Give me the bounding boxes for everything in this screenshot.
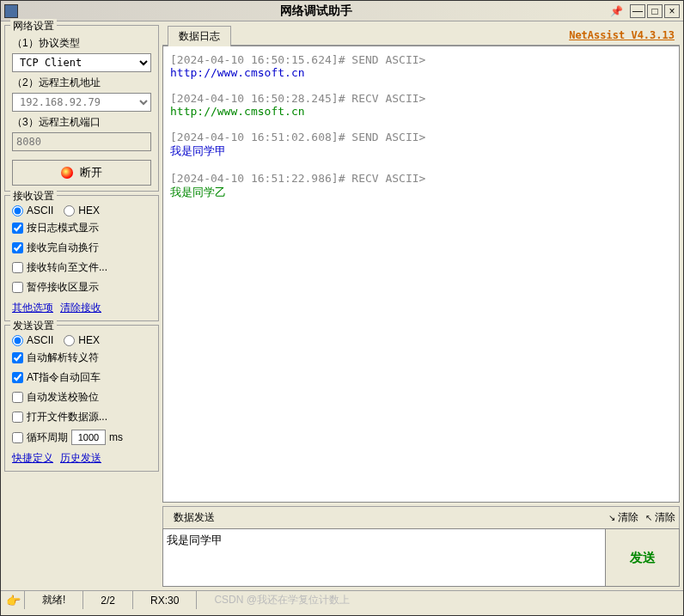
send-opt-2[interactable]: 自动发送校验位 (12, 390, 99, 405)
recv-title: 接收设置 (10, 189, 57, 204)
clear-up-button[interactable]: ↖清除 (645, 510, 675, 525)
maximize-button[interactable]: □ (647, 4, 663, 18)
host-label: （2）远程主机地址 (12, 76, 151, 90)
status-rx: RX:30 (132, 591, 196, 609)
status-count: 2/2 (82, 591, 132, 609)
recv-opt-0[interactable]: 按日志模式显示 (12, 221, 99, 235)
status-ready: 就绪! (24, 591, 82, 609)
send-ascii-radio[interactable]: ASCII (12, 334, 53, 346)
recv-opt-2[interactable]: 接收转向至文件... (12, 260, 107, 275)
recv-opt-1[interactable]: 接收完自动换行 (12, 241, 99, 255)
send-button[interactable]: 发送 (605, 529, 679, 586)
send-tab[interactable]: 数据发送 (167, 509, 222, 527)
recv-other-link[interactable]: 其他选项 (12, 301, 53, 315)
status-dot-icon (61, 167, 73, 179)
send-opt-0[interactable]: 自动解析转义符 (12, 351, 99, 365)
send-settings-group: 发送设置 ASCII HEX 自动解析转义符 AT指令自动回车 自动发送校验位 … (4, 325, 159, 472)
titlebar: 网络调试助手 📌 — □ × (1, 1, 683, 21)
recv-opt-3[interactable]: 暂停接收区显示 (12, 280, 99, 295)
statusbar: 👉 就绪! 2/2 RX:30 CSDN @我还在学复位计数上 (1, 590, 683, 609)
recv-hex-radio[interactable]: HEX (64, 204, 100, 217)
network-settings-group: 网络设置 （1）协议类型 TCP Client （2）远程主机地址 192.16… (4, 25, 159, 192)
arrow-down-icon: ↘ (608, 513, 615, 522)
watermark: CSDN @我还在学复位计数上 (196, 591, 367, 609)
recv-settings-group: 接收设置 ASCII HEX 按日志模式显示 接收完自动换行 接收转向至文件..… (4, 195, 159, 321)
send-hex-radio[interactable]: HEX (64, 334, 100, 346)
cycle-check[interactable]: 循环周期 (12, 430, 68, 445)
send-opt-1[interactable]: AT指令自动回车 (12, 370, 101, 385)
protocol-select[interactable]: TCP Client (12, 53, 151, 72)
arrow-up-icon: ↖ (645, 513, 652, 522)
host-select[interactable]: 192.168.92.79 (12, 93, 151, 112)
cycle-row: 循环周期 ms (12, 427, 151, 448)
recv-ascii-radio[interactable]: ASCII (12, 204, 53, 217)
log-area[interactable]: [2024-04-10 16:50:15.624]# SEND ASCII>ht… (162, 46, 680, 503)
send-history-link[interactable]: 历史发送 (60, 451, 101, 466)
ready-icon: 👉 (6, 594, 21, 607)
window-title: 网络调试助手 (21, 3, 610, 19)
minimize-button[interactable]: — (630, 4, 645, 18)
port-input[interactable] (12, 132, 151, 151)
disconnect-label: 断开 (80, 165, 102, 180)
app-icon (4, 4, 18, 18)
brand-link[interactable]: NetAssist V4.3.13 (569, 29, 675, 41)
disconnect-button[interactable]: 断开 (12, 160, 151, 186)
cycle-unit: ms (109, 431, 123, 443)
pin-icon[interactable]: 📌 (610, 5, 623, 17)
cycle-input[interactable] (71, 430, 106, 445)
send-title: 发送设置 (10, 319, 57, 333)
close-button[interactable]: × (664, 4, 680, 18)
port-label: （3）远程主机端口 (12, 115, 151, 130)
send-shortcut-link[interactable]: 快捷定义 (12, 451, 53, 466)
network-title: 网络设置 (10, 19, 57, 34)
send-input[interactable] (163, 529, 605, 586)
clear-down-button[interactable]: ↘清除 (608, 510, 638, 525)
recv-clear-link[interactable]: 清除接收 (60, 301, 101, 315)
protocol-label: （1）协议类型 (12, 36, 151, 51)
left-panel: 网络设置 （1）协议类型 TCP Client （2）远程主机地址 192.16… (4, 25, 159, 587)
send-opt-3[interactable]: 打开文件数据源... (12, 410, 107, 424)
right-panel: 数据日志 NetAssist V4.3.13 [2024-04-10 16:50… (162, 25, 680, 587)
log-tab[interactable]: 数据日志 (168, 26, 231, 46)
